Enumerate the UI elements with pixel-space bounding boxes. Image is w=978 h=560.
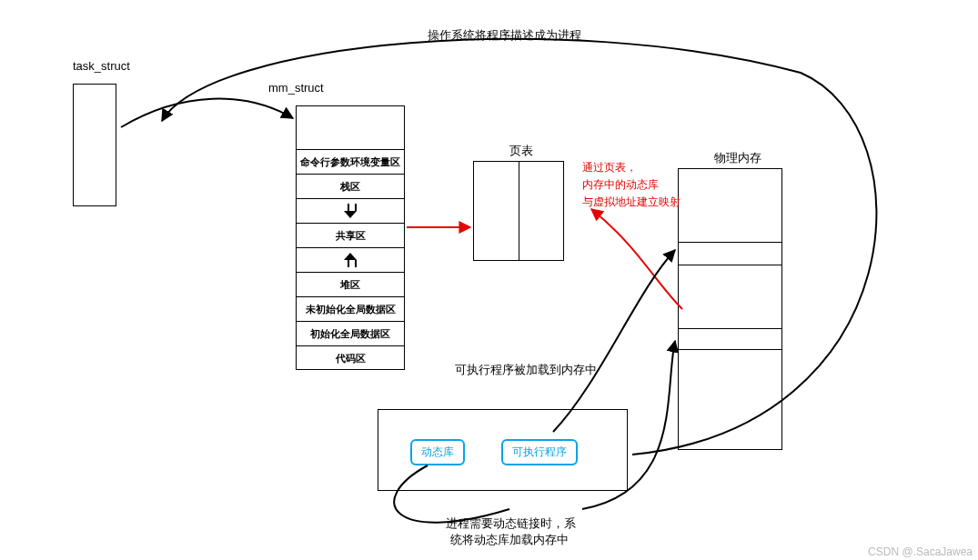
arrow-mapping-red	[591, 209, 682, 309]
mm-cell-shared: 共享区	[297, 224, 404, 248]
mm-cell-heap: 堆区	[297, 273, 404, 297]
mm-struct-label: mm_struct	[268, 81, 324, 95]
mm-cell-data: 初始化全局数据区	[297, 322, 404, 346]
phys-mem-line-1	[679, 242, 781, 243]
dyn-link-text-2: 统将动态库加载内存中	[450, 532, 569, 548]
disk-item-dynlib: 动态库	[410, 439, 465, 465]
page-table-label: 页表	[509, 143, 533, 159]
task-struct-label: task_struct	[73, 59, 130, 73]
os-describe-text: 操作系统将程序描述成为进程	[428, 27, 581, 44]
arrow-up-icon	[344, 253, 357, 267]
red-text-line-3: 与虚拟地址建立映射	[582, 194, 710, 211]
mm-cell-arrow-down	[297, 199, 404, 224]
red-mapping-text: 通过页表， 内存中的动态库 与虚拟地址建立映射	[582, 159, 710, 212]
mm-struct-top-gap	[296, 105, 405, 149]
arrow-exec-to-mem	[553, 250, 675, 432]
physical-mem-label: 物理内存	[714, 150, 761, 166]
phys-mem-line-3	[679, 328, 781, 329]
arrow-down-icon	[344, 204, 357, 218]
dyn-link-text-1: 进程需要动态链接时，系	[446, 515, 576, 532]
task-struct-box	[73, 84, 116, 206]
mm-cell-env: 命令行参数环境变量区	[297, 150, 404, 175]
page-table-box	[473, 161, 564, 261]
exec-loaded-text: 可执行程序被加载到内存中	[455, 362, 597, 378]
phys-mem-line-2	[679, 265, 781, 265]
red-text-line-2: 内存中的动态库	[582, 176, 710, 194]
mm-cell-stack: 栈区	[297, 175, 404, 199]
mm-struct-box: 命令行参数环境变量区 栈区 共享区 堆区 未初始化全局数据区 初始化全局数据区 …	[296, 149, 405, 370]
page-table-divider	[519, 162, 519, 260]
phys-mem-line-4	[679, 349, 781, 350]
arrow-task-to-mm	[121, 99, 293, 127]
mm-cell-code: 代码区	[297, 346, 404, 371]
disk-box: 动态库 可执行程序	[378, 409, 628, 491]
mm-cell-arrow-up	[297, 248, 404, 273]
mm-cell-bss: 未初始化全局数据区	[297, 297, 404, 322]
watermark: CSDN @.SacaJawea	[868, 545, 973, 558]
red-text-line-1: 通过页表，	[582, 159, 710, 176]
disk-item-executable: 可执行程序	[501, 439, 578, 465]
